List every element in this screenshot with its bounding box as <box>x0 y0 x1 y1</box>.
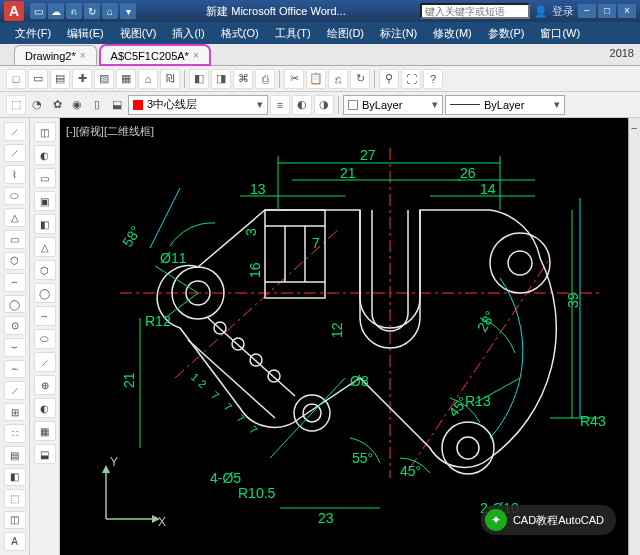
tb-undo[interactable]: ⎌ <box>328 69 348 89</box>
login-button[interactable]: 登录 <box>552 4 574 19</box>
tb-open[interactable]: ▭ <box>28 69 48 89</box>
tool-pline[interactable]: ⌇ <box>4 165 26 184</box>
mod-btn[interactable]: ▦ <box>34 421 56 441</box>
tb-help[interactable]: ? <box>423 69 443 89</box>
mod-btn[interactable]: ◐ <box>34 145 56 165</box>
mod-btn[interactable]: ⌢ <box>34 306 56 326</box>
tool-circle[interactable]: ◯ <box>4 295 26 314</box>
tb-btn[interactable]: ▦ <box>116 69 136 89</box>
color-selector[interactable]: ByLayer ▾ <box>343 95 443 115</box>
document-tab[interactable]: Drawing2* × <box>14 45 97 65</box>
mod-btn[interactable]: ▭ <box>34 168 56 188</box>
layer-btn[interactable]: ◑ <box>314 95 334 115</box>
linetype-selector[interactable]: ByLayer ▾ <box>445 95 565 115</box>
tool-polygon[interactable]: ⬭ <box>4 187 26 206</box>
tb-zoom[interactable]: ⚲ <box>379 69 399 89</box>
qa-btn[interactable]: ⎌ <box>66 3 82 19</box>
tool-text[interactable]: A <box>4 532 26 551</box>
tool-btn[interactable]: ⬡ <box>4 252 26 271</box>
tool-btn[interactable]: ⊞ <box>4 403 26 422</box>
mod-btn[interactable]: ⟋ <box>34 352 56 372</box>
minimize-button[interactable]: − <box>578 4 596 18</box>
tool-arc[interactable]: ⌢ <box>4 273 26 292</box>
login-area: 👤 登录 <box>534 4 574 19</box>
mod-btn[interactable]: ⬓ <box>34 444 56 464</box>
tool-btn[interactable]: ⟋ <box>4 381 26 400</box>
tb-print[interactable]: ⎙ <box>255 69 275 89</box>
document-tab[interactable]: A$C5F1C205A* × <box>100 45 210 65</box>
qa-btn[interactable]: ▭ <box>30 3 46 19</box>
menu-param[interactable]: 参数(P) <box>481 23 532 44</box>
tb-btn[interactable]: ⛶ <box>401 69 421 89</box>
tb-btn[interactable]: ₪ <box>160 69 180 89</box>
tool-btn[interactable]: ◧ <box>4 468 26 487</box>
menu-file[interactable]: 文件(F) <box>8 23 58 44</box>
qa-btn[interactable]: ▾ <box>120 3 136 19</box>
menu-edit[interactable]: 编辑(E) <box>60 23 111 44</box>
tab-close-icon[interactable]: × <box>193 50 199 61</box>
collapse-icon[interactable]: − <box>631 122 637 134</box>
layer-selector[interactable]: 3中心线层 ▾ <box>128 95 268 115</box>
tool-btn[interactable]: ▭ <box>4 230 26 249</box>
qa-btn[interactable]: ↻ <box>84 3 100 19</box>
search-input[interactable] <box>420 3 530 19</box>
qa-btn[interactable]: ☁ <box>48 3 64 19</box>
layer-state-icon[interactable]: ◉ <box>68 96 86 114</box>
mod-btn[interactable]: ◐ <box>34 398 56 418</box>
menu-view[interactable]: 视图(V) <box>113 23 164 44</box>
tool-rect[interactable]: △ <box>4 208 26 227</box>
layer-state-icon[interactable]: ⬓ <box>108 96 126 114</box>
tool-ray[interactable]: ⟋ <box>4 144 26 163</box>
menu-draw[interactable]: 绘图(D) <box>320 23 371 44</box>
mod-btn[interactable]: ◯ <box>34 283 56 303</box>
tool-btn[interactable]: ～ <box>4 360 26 379</box>
mod-btn[interactable]: △ <box>34 237 56 257</box>
tb-save[interactable]: ▤ <box>50 69 70 89</box>
qa-btn[interactable]: ⌂ <box>102 3 118 19</box>
tb-paste[interactable]: 📋 <box>306 69 326 89</box>
tool-btn[interactable]: ▤ <box>4 446 26 465</box>
layer-state-icon[interactable]: ◔ <box>28 96 46 114</box>
tb-btn[interactable]: ◨ <box>211 69 231 89</box>
layer-btn[interactable]: ◐ <box>292 95 312 115</box>
tb-btn[interactable]: ✚ <box>72 69 92 89</box>
menu-dimension[interactable]: 标注(N) <box>373 23 424 44</box>
tb-btn[interactable]: ⌂ <box>138 69 158 89</box>
menu-tools[interactable]: 工具(T) <box>268 23 318 44</box>
mod-btn[interactable]: ▣ <box>34 191 56 211</box>
tb-cut[interactable]: ✂ <box>284 69 304 89</box>
menu-modify[interactable]: 修改(M) <box>426 23 479 44</box>
mod-btn[interactable]: ⬡ <box>34 260 56 280</box>
menu-window[interactable]: 窗口(W) <box>533 23 587 44</box>
ucs-y-label: Y <box>110 455 118 469</box>
tab-close-icon[interactable]: × <box>80 50 86 61</box>
mod-btn[interactable]: ◫ <box>34 122 56 142</box>
mod-btn[interactable]: ⬭ <box>34 329 56 349</box>
tool-btn[interactable]: ⊙ <box>4 316 26 335</box>
right-collapsed-panel[interactable]: − <box>628 118 640 555</box>
mod-btn[interactable]: ◧ <box>34 214 56 234</box>
maximize-button[interactable]: □ <box>598 4 616 18</box>
svg-text:12: 12 <box>329 322 345 338</box>
tb-btn[interactable]: ◧ <box>189 69 209 89</box>
tb-btn[interactable]: ⌘ <box>233 69 253 89</box>
layer-state-icon[interactable]: ✿ <box>48 96 66 114</box>
tb-new[interactable]: □ <box>6 69 26 89</box>
tool-spline[interactable]: ⌣ <box>4 338 26 357</box>
menu-insert[interactable]: 插入(I) <box>165 23 211 44</box>
tool-btn[interactable]: ⬚ <box>4 489 26 508</box>
tb-redo[interactable]: ↻ <box>350 69 370 89</box>
close-button[interactable]: × <box>618 4 636 18</box>
layer-prop-btn[interactable]: ⬚ <box>6 95 26 115</box>
mod-btn[interactable]: ⊕ <box>34 375 56 395</box>
menu-format[interactable]: 格式(O) <box>214 23 266 44</box>
tool-line[interactable]: ⟋ <box>4 122 26 141</box>
tool-hatch[interactable]: ∷ <box>4 424 26 443</box>
tool-btn[interactable]: ◫ <box>4 511 26 530</box>
app-logo[interactable]: A <box>4 1 24 21</box>
tb-btn[interactable]: ▨ <box>94 69 114 89</box>
layer-state-icon[interactable]: ▯ <box>88 96 106 114</box>
layer-btn[interactable]: ≡ <box>270 95 290 115</box>
window-title: 新建 Microsoft Office Word... <box>136 4 416 19</box>
drawing-canvas[interactable]: [-][俯视][二维线框] .wht{stroke:#e8e8e8;stroke… <box>60 118 628 555</box>
